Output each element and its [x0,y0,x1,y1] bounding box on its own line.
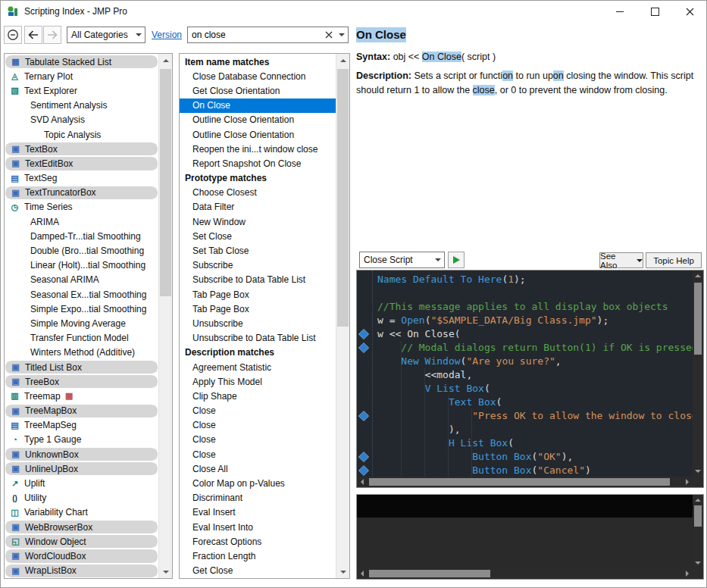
match-item[interactable]: Get Close [180,564,336,577]
breakpoint-gutter-cell[interactable] [357,286,373,300]
breakpoint-gutter-cell[interactable] [357,368,373,382]
match-item[interactable]: Data Filter [180,200,336,214]
category-item[interactable]: Topic Analysis [5,127,158,142]
category-item[interactable]: Seasonal ARIMA [5,273,158,287]
match-item[interactable]: Close [180,418,336,433]
match-item[interactable]: Unsubscribe [180,316,336,330]
script-selector-dropdown[interactable]: Close Script [359,252,445,268]
category-item[interactable]: ▤TreeMapSeg [5,418,158,433]
breakpoint-gutter-cell[interactable] [357,355,373,368]
match-item[interactable]: Get Close Orientation [180,83,336,98]
category-item[interactable]: ▣Titled List Box [5,360,158,374]
match-item[interactable]: Discriminant [180,491,336,505]
scroll-up-icon[interactable] [693,271,703,281]
scrollbar-thumb[interactable] [369,478,670,486]
category-item[interactable]: ◷Time Series [5,200,158,214]
search-history-dropdown[interactable] [336,27,348,42]
editor-vertical-scrollbar[interactable] [693,271,703,477]
category-item[interactable]: Simple Expo...tial Smoothing [5,302,158,316]
collapse-button[interactable] [4,26,22,44]
breakpoint-gutter-cell[interactable] [357,450,373,464]
category-item[interactable]: Sentiment Analysis [5,99,158,113]
breakpoint-gutter-cell[interactable] [357,273,373,286]
category-item[interactable]: ▣TreeMapBox [5,404,158,418]
match-item[interactable]: Forecast Options [180,534,336,549]
match-item[interactable]: Tab Page Box [180,287,336,302]
scrollbar-thumb[interactable] [337,69,349,327]
breakpoint-gutter-cell[interactable] [357,436,373,450]
breakpoint-gutter-cell[interactable] [357,327,373,341]
scrollbar-thumb[interactable] [694,505,702,527]
see-also-button[interactable]: See Also [599,252,643,268]
category-item[interactable]: ▣TextBox [5,142,158,156]
category-item[interactable]: ◱Window Object [5,534,158,549]
match-item[interactable]: Unsubscribe to Data Table List [180,331,336,346]
match-item[interactable]: Eval Insert [180,505,336,520]
category-item[interactable]: ▣WordCloudBox [5,549,158,563]
log-horizontal-scrollbar[interactable] [357,568,693,579]
match-item[interactable]: Set Close [180,229,336,243]
scrollbar-thumb[interactable] [160,69,171,296]
category-list[interactable]: ▦Tabulate Stacked List◬Ternary Plot▧Text… [5,55,159,577]
match-item[interactable]: Outline Close Orientation [180,113,336,127]
category-item[interactable]: ▣WrapListBox [5,564,158,577]
category-item[interactable]: Double (Bro...tial Smoothing [5,243,158,258]
close-button[interactable] [672,0,707,23]
match-item[interactable]: Close All [180,461,336,476]
breakpoint-gutter-cell[interactable] [357,423,373,436]
breakpoint-gutter-cell[interactable] [357,409,373,423]
match-item[interactable]: Reopen the ini...t window close [180,142,336,156]
match-item[interactable]: Close [180,447,336,461]
category-item[interactable]: ()Utility [5,491,158,505]
match-item[interactable]: Clip Shape [180,389,336,403]
match-item[interactable]: New Window [180,214,336,229]
match-item[interactable]: Set Tab Close [180,243,336,258]
scroll-up-icon[interactable] [693,495,703,505]
breakpoint-gutter-cell[interactable] [357,396,373,409]
log-panel[interactable] [356,494,704,580]
match-item[interactable]: Eval Insert Into [180,520,336,534]
match-item[interactable]: Subscribe [180,258,336,273]
category-scrollbar[interactable] [158,54,172,578]
category-item[interactable]: Linear (Holt)...tial Smoothing [5,258,158,273]
category-item[interactable]: ◫Variability Chart [5,505,158,520]
maximize-button[interactable] [637,0,672,23]
clear-search-button[interactable] [322,31,336,39]
category-item[interactable]: ▣TextTruncatorBox [5,186,158,200]
category-item[interactable]: ▦Tabulate Stacked List [5,55,158,69]
match-item[interactable]: On Close [180,99,336,113]
scroll-left-icon[interactable] [357,568,368,579]
breakpoint-gutter-cell[interactable] [357,341,373,355]
scroll-up-icon[interactable] [336,54,349,67]
match-item[interactable]: Close [180,404,336,418]
editor-horizontal-scrollbar[interactable] [357,477,693,487]
breakpoint-gutter-cell[interactable] [357,300,373,314]
search-box[interactable] [187,27,349,43]
scroll-right-icon[interactable] [682,568,693,579]
match-item[interactable]: Fraction Length [180,549,336,563]
category-item[interactable]: SVD Analysis [5,113,158,127]
scroll-down-icon[interactable] [693,558,703,568]
category-item[interactable]: ▣TextEditBox [5,156,158,170]
minimize-button[interactable] [602,0,637,23]
category-filter-dropdown[interactable]: All Categories [67,27,145,43]
category-item[interactable]: ↗Uplift [5,476,158,490]
match-item[interactable]: Close [180,433,336,447]
search-input[interactable] [188,29,322,41]
category-item[interactable]: ▣UnknownBox [5,447,158,461]
scroll-down-icon[interactable] [336,565,349,578]
forward-button[interactable] [43,26,61,44]
category-item[interactable]: ▣UnlineUpBox [5,461,158,476]
category-item[interactable]: ◬Ternary Plot [5,69,158,83]
back-button[interactable] [24,26,42,44]
scroll-down-icon[interactable] [159,565,172,578]
match-item[interactable]: Subscribe to Data Table List [180,273,336,287]
run-script-button[interactable] [448,252,465,268]
category-item[interactable]: ▣WebBrowserBox [5,520,158,534]
category-item[interactable]: Damped-Tr...tial Smoothing [5,229,158,243]
match-item[interactable]: Apply This Model [180,374,336,389]
match-item[interactable]: Report Snapshot On Close [180,156,336,170]
scrollbar-thumb[interactable] [694,283,702,355]
match-item[interactable]: Agreement Statistic [180,360,336,374]
breakpoint-gutter-cell[interactable] [357,314,373,327]
